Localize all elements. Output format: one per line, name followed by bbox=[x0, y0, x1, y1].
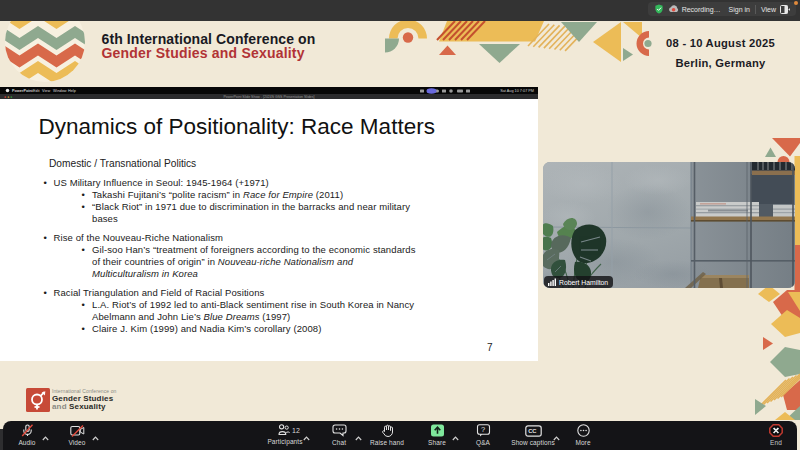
svg-text:?: ? bbox=[481, 425, 485, 434]
svg-text:CC: CC bbox=[528, 428, 537, 434]
